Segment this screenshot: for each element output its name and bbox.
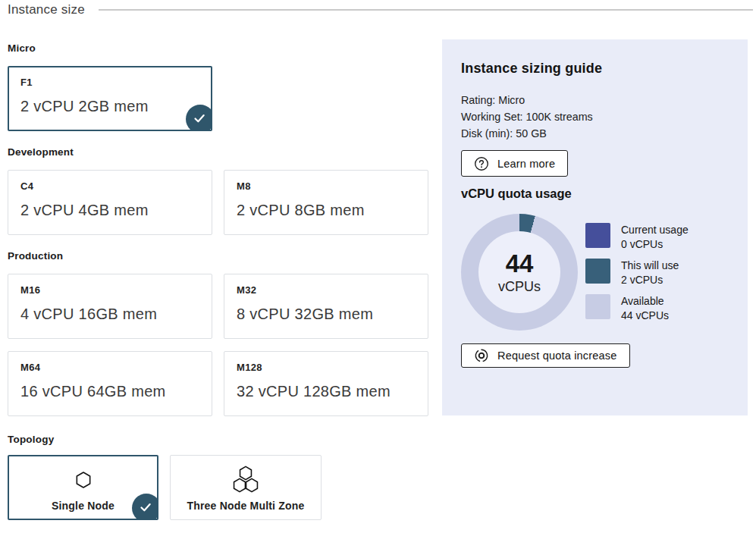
guide-disk: Disk (min): 50 GB [461, 125, 729, 142]
legend-label: Current usage [621, 224, 689, 236]
guide-rating: Rating: Micro [461, 92, 729, 108]
section-label-development: Development [8, 146, 428, 158]
donut-center-value: 44 [506, 250, 534, 277]
section-label-production: Production [8, 250, 428, 262]
learn-more-button[interactable]: Learn more [461, 150, 568, 177]
size-card-desc: 2 vCPU 4GB mem [20, 202, 199, 219]
guide-working-set: Working Set: 100K streams [461, 108, 729, 125]
size-card-desc: 16 vCPU 64GB mem [20, 383, 199, 400]
size-card-desc: 2 vCPU 8GB mem [237, 202, 416, 219]
size-card-desc: 2 vCPU 2GB mem [20, 98, 199, 115]
size-card-m16[interactable]: M16 4 vCPU 16GB mem [8, 274, 212, 339]
size-card-name: M128 [237, 362, 416, 373]
size-card-f1[interactable]: F1 2 vCPU 2GB mem [8, 66, 212, 131]
quota-target-icon [474, 348, 489, 363]
guide-title: Instance sizing guide [461, 61, 729, 77]
size-card-m32[interactable]: M32 8 vCPU 32GB mem [224, 274, 428, 339]
selected-check-icon [132, 494, 158, 520]
legend-value: 2 vCPUs [621, 274, 663, 286]
instance-sizing-guide-panel: Instance sizing guide Rating: Micro Work… [442, 39, 748, 415]
size-card-name: F1 [20, 77, 199, 88]
instance-size-header: Instance size [8, 2, 753, 17]
size-card-c4[interactable]: C4 2 vCPU 4GB mem [8, 170, 212, 235]
legend-label: Available [621, 295, 664, 307]
legend-item-available: Available 44 vCPUs [585, 294, 689, 322]
topology-card-single-node[interactable]: Single Node [8, 455, 158, 520]
vcpu-quota-usage-title: vCPU quota usage [461, 187, 729, 201]
size-card-desc: 4 vCPU 16GB mem [20, 306, 199, 323]
legend-swatch-current-usage [585, 223, 610, 248]
section-label-topology: Topology [8, 434, 428, 445]
three-node-hexagons-icon [171, 466, 321, 494]
page-title: Instance size [8, 2, 85, 17]
size-card-m128[interactable]: M128 32 vCPU 128GB mem [224, 351, 428, 416]
legend-item-this-will-use: This will use 2 vCPUs [585, 259, 689, 287]
donut-center: 44 vCPUs [478, 231, 560, 313]
legend-swatch-this-will-use [585, 259, 610, 284]
legend-label: This will use [621, 259, 679, 271]
size-card-name: M16 [20, 284, 199, 296]
size-card-name: C4 [20, 180, 199, 192]
size-card-m64[interactable]: M64 16 vCPU 64GB mem [8, 351, 212, 416]
size-card-m8[interactable]: M8 2 vCPU 8GB mem [224, 170, 428, 235]
learn-more-label: Learn more [497, 158, 555, 170]
header-divider [99, 9, 753, 11]
legend-value: 0 vCPUs [621, 238, 663, 250]
chart-legend: Current usage 0 vCPUs This will use 2 vC… [585, 223, 689, 322]
section-label-micro: Micro [8, 42, 428, 54]
size-card-name: M64 [20, 362, 199, 373]
selected-check-icon [186, 105, 212, 131]
single-node-hexagon-icon [9, 466, 157, 494]
donut-center-label: vCPUs [498, 279, 541, 295]
guide-details: Rating: Micro Working Set: 100K streams … [461, 92, 729, 142]
instance-size-options: Micro F1 2 vCPU 2GB mem Development C4 2… [8, 38, 428, 520]
topology-name: Three Node Multi Zone [171, 500, 321, 512]
question-circle-icon [474, 156, 489, 171]
legend-swatch-available [585, 294, 610, 319]
vcpu-donut-chart: 44 vCPUs [461, 214, 578, 331]
size-card-name: M32 [237, 284, 416, 296]
vcpu-quota-chart-row: 44 vCPUs Current usage 0 vCPUs This will… [461, 214, 729, 331]
request-quota-increase-button[interactable]: Request quota increase [461, 343, 630, 368]
topology-card-three-node-multi-zone[interactable]: Three Node Multi Zone [170, 455, 322, 520]
size-card-desc: 32 vCPU 128GB mem [237, 383, 416, 400]
legend-item-current-usage: Current usage 0 vCPUs [585, 223, 689, 251]
request-quota-increase-label: Request quota increase [497, 350, 617, 362]
size-card-desc: 8 vCPU 32GB mem [237, 306, 416, 323]
size-card-name: M8 [237, 180, 416, 192]
legend-value: 44 vCPUs [621, 309, 669, 321]
